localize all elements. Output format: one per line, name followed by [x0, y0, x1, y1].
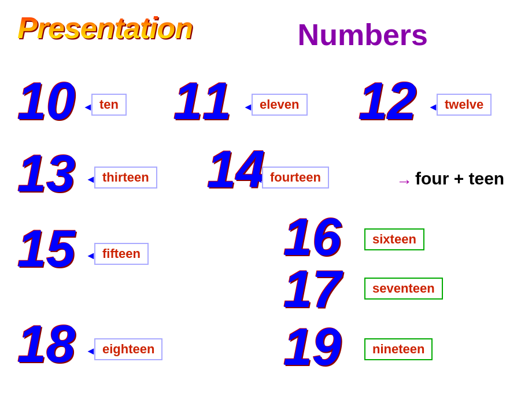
number-12: 12: [359, 75, 416, 127]
number-13: 13: [17, 147, 75, 200]
arrow-right-14: →: [396, 172, 412, 191]
number-10: 10: [17, 75, 75, 127]
label-eighteen: eighteen: [94, 338, 162, 360]
label-fifteen: fifteen: [94, 243, 149, 265]
label-ten: ten: [91, 94, 127, 116]
four-teen-label: four + teen: [415, 169, 504, 189]
label-seventeen: seventeen: [364, 278, 443, 300]
number-19: 19: [283, 321, 341, 373]
label-sixteen: sixteen: [364, 228, 424, 250]
number-14: 14: [207, 143, 265, 195]
label-twelve: twelve: [437, 94, 492, 116]
number-18: 18: [17, 318, 75, 370]
presentation-title: Presentation: [17, 10, 193, 45]
numbers-title: Numbers: [298, 17, 428, 52]
number-11: 11: [173, 75, 231, 127]
number-17: 17: [283, 263, 341, 315]
label-nineteen: nineteen: [364, 338, 433, 360]
label-fourteen: fourteen: [262, 167, 329, 189]
label-thirteen: thirteen: [94, 167, 157, 189]
label-eleven: eleven: [252, 94, 308, 116]
number-16: 16: [283, 211, 341, 263]
number-15: 15: [17, 223, 75, 275]
